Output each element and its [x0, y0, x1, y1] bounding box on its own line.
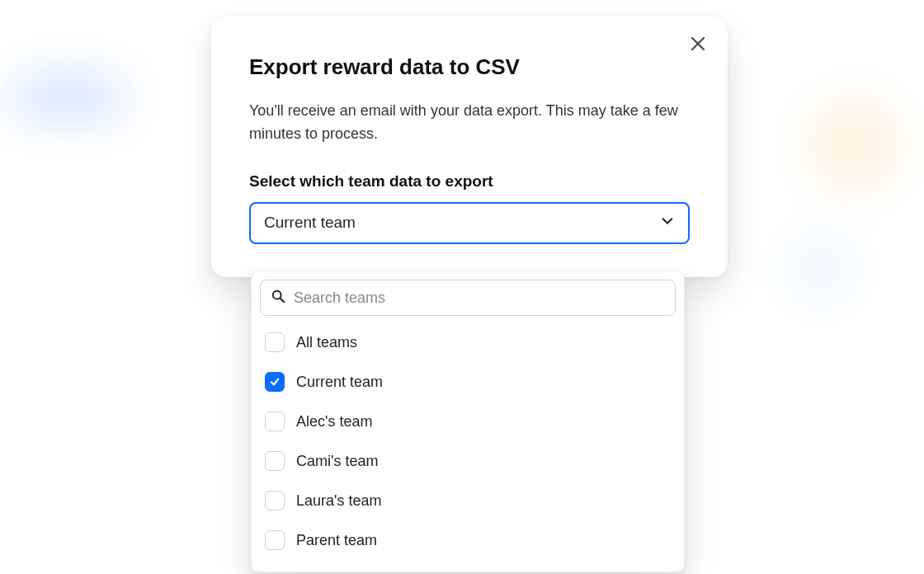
team-option[interactable]: Laura's team	[260, 481, 676, 520]
checkbox[interactable]	[265, 491, 285, 510]
background-blob	[804, 95, 903, 194]
team-option-label: Current team	[296, 374, 383, 391]
checkbox[interactable]	[265, 451, 285, 471]
modal-title: Export reward data to CSV	[249, 54, 690, 80]
background-blob	[784, 231, 858, 305]
search-field-wrap[interactable]	[260, 280, 676, 316]
close-button[interactable]	[686, 33, 710, 56]
select-value: Current team	[264, 214, 356, 232]
team-option[interactable]: Current team	[260, 362, 676, 402]
team-option-label: Parent team	[296, 532, 377, 549]
checkbox[interactable]	[265, 412, 285, 431]
team-option[interactable]: Alec's team	[260, 402, 676, 441]
svg-line-3	[280, 299, 285, 303]
export-modal: Export reward data to CSV You'll receive…	[211, 16, 728, 277]
modal-description: You'll receive an email with your data e…	[249, 100, 678, 146]
team-option-label: Alec's team	[296, 413, 372, 430]
checkbox[interactable]	[265, 372, 285, 392]
chevron-down-icon	[660, 214, 675, 233]
search-input[interactable]	[294, 289, 665, 307]
team-option[interactable]: Parent team	[260, 520, 676, 560]
background-blob	[12, 74, 124, 120]
team-option-label: Laura's team	[296, 492, 382, 510]
team-option[interactable]: All teams	[260, 322, 676, 362]
checkbox[interactable]	[265, 332, 285, 352]
section-label: Select which team data to export	[249, 172, 690, 191]
checkbox[interactable]	[265, 530, 285, 550]
team-option-label: All teams	[296, 334, 357, 351]
close-icon	[690, 35, 706, 54]
search-icon	[271, 289, 285, 307]
team-dropdown: All teamsCurrent teamAlec's teamCami's t…	[251, 271, 685, 572]
team-option-label: Cami's team	[296, 453, 378, 470]
team-option[interactable]: Cami's team	[260, 441, 676, 481]
team-select[interactable]: Current team	[249, 202, 690, 244]
